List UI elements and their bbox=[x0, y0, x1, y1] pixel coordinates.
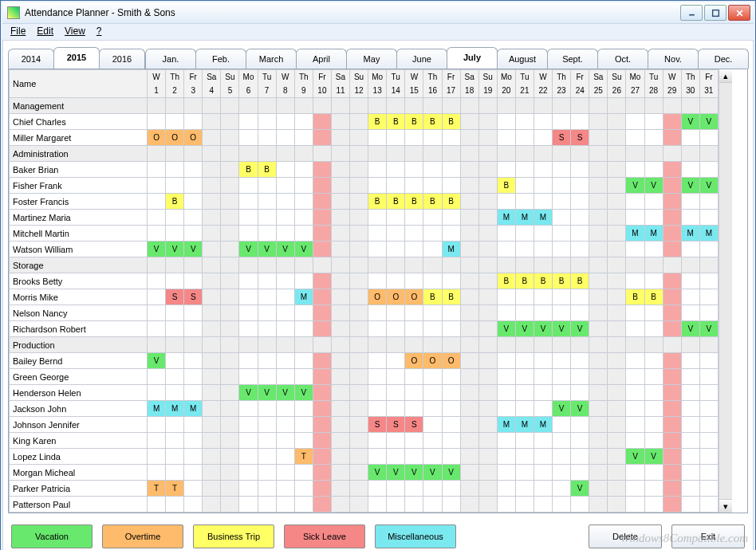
day-cell[interactable] bbox=[681, 289, 699, 305]
day-cell[interactable] bbox=[497, 433, 515, 449]
day-cell[interactable] bbox=[626, 321, 644, 337]
day-cell[interactable] bbox=[184, 353, 203, 369]
day-cell[interactable] bbox=[553, 449, 571, 465]
day-cell[interactable] bbox=[608, 226, 626, 242]
day-cell[interactable] bbox=[405, 369, 423, 385]
day-cell[interactable] bbox=[387, 497, 405, 513]
legend-vacation[interactable]: Vacation bbox=[11, 524, 93, 548]
day-cell[interactable] bbox=[350, 433, 368, 449]
day-cell[interactable]: V bbox=[515, 321, 534, 337]
day-cell[interactable] bbox=[478, 194, 497, 210]
day-cell[interactable]: M bbox=[515, 210, 534, 226]
day-cell[interactable] bbox=[644, 162, 663, 178]
day-cell[interactable] bbox=[681, 194, 699, 210]
day-cell[interactable] bbox=[331, 178, 349, 194]
day-cell[interactable]: M bbox=[497, 210, 515, 226]
day-cell[interactable] bbox=[608, 194, 626, 210]
day-cell[interactable] bbox=[442, 178, 460, 194]
day-cell[interactable] bbox=[571, 289, 589, 305]
day-cell[interactable]: V bbox=[553, 401, 571, 417]
day-cell[interactable] bbox=[239, 433, 258, 449]
day-cell[interactable] bbox=[166, 305, 184, 321]
day-cell[interactable] bbox=[553, 369, 571, 385]
day-cell[interactable] bbox=[442, 273, 460, 289]
day-cell[interactable] bbox=[681, 369, 699, 385]
day-cell[interactable]: M bbox=[626, 226, 644, 242]
day-cell[interactable] bbox=[221, 353, 239, 369]
day-cell[interactable] bbox=[497, 289, 515, 305]
day-cell[interactable]: M bbox=[294, 289, 313, 305]
day-cell[interactable] bbox=[553, 433, 571, 449]
day-cell[interactable] bbox=[423, 210, 442, 226]
day-cell[interactable] bbox=[221, 433, 239, 449]
day-cell[interactable] bbox=[699, 289, 718, 305]
month-tab-august[interactable]: August bbox=[497, 49, 548, 69]
day-cell[interactable] bbox=[442, 433, 460, 449]
day-cell[interactable] bbox=[534, 353, 552, 369]
day-cell[interactable] bbox=[313, 417, 331, 433]
day-cell[interactable] bbox=[331, 369, 349, 385]
day-cell[interactable] bbox=[294, 114, 313, 130]
day-cell[interactable] bbox=[699, 481, 718, 497]
day-cell[interactable] bbox=[203, 114, 221, 130]
day-cell[interactable] bbox=[699, 433, 718, 449]
day-cell[interactable] bbox=[350, 162, 368, 178]
day-cell[interactable] bbox=[203, 305, 221, 321]
day-cell[interactable] bbox=[553, 242, 571, 257]
day-cell[interactable] bbox=[331, 226, 349, 242]
day-cell[interactable] bbox=[331, 242, 349, 257]
day-cell[interactable] bbox=[534, 289, 552, 305]
day-cell[interactable] bbox=[148, 273, 166, 289]
day-cell[interactable] bbox=[515, 369, 534, 385]
day-cell[interactable] bbox=[608, 497, 626, 513]
day-cell[interactable] bbox=[515, 242, 534, 257]
day-cell[interactable]: V bbox=[626, 449, 644, 465]
day-cell[interactable] bbox=[313, 401, 331, 417]
day-cell[interactable] bbox=[221, 401, 239, 417]
day-cell[interactable] bbox=[331, 162, 349, 178]
day-cell[interactable]: B bbox=[442, 194, 460, 210]
day-cell[interactable]: V bbox=[148, 353, 166, 369]
day-cell[interactable] bbox=[626, 369, 644, 385]
day-cell[interactable]: S bbox=[368, 417, 387, 433]
day-cell[interactable] bbox=[460, 417, 478, 433]
person-row[interactable]: Parker PatriciaTTV bbox=[10, 481, 719, 497]
day-cell[interactable] bbox=[184, 385, 203, 401]
day-cell[interactable] bbox=[368, 353, 387, 369]
day-cell[interactable] bbox=[313, 194, 331, 210]
day-cell[interactable]: B bbox=[239, 162, 258, 178]
month-tab-sept[interactable]: Sept. bbox=[547, 49, 598, 69]
day-cell[interactable]: T bbox=[294, 449, 313, 465]
day-cell[interactable] bbox=[184, 273, 203, 289]
day-cell[interactable] bbox=[203, 178, 221, 194]
month-tab-march[interactable]: March bbox=[246, 49, 297, 69]
day-cell[interactable] bbox=[276, 178, 294, 194]
day-cell[interactable] bbox=[387, 273, 405, 289]
day-cell[interactable] bbox=[626, 273, 644, 289]
person-row[interactable]: Morgan MichealVVVVV bbox=[10, 465, 719, 481]
day-cell[interactable] bbox=[663, 497, 681, 513]
day-cell[interactable] bbox=[497, 162, 515, 178]
day-cell[interactable] bbox=[553, 178, 571, 194]
day-cell[interactable] bbox=[405, 210, 423, 226]
day-cell[interactable] bbox=[553, 497, 571, 513]
day-cell[interactable]: B bbox=[442, 289, 460, 305]
day-cell[interactable] bbox=[368, 481, 387, 497]
day-cell[interactable]: B bbox=[258, 162, 276, 178]
menu-file[interactable]: File bbox=[10, 26, 26, 37]
day-cell[interactable] bbox=[497, 194, 515, 210]
day-cell[interactable] bbox=[534, 449, 552, 465]
day-cell[interactable]: B bbox=[626, 289, 644, 305]
day-cell[interactable] bbox=[350, 321, 368, 337]
day-cell[interactable] bbox=[478, 465, 497, 481]
day-cell[interactable]: M bbox=[184, 401, 203, 417]
day-cell[interactable] bbox=[589, 242, 608, 257]
person-row[interactable]: Henderson HelenVVVV bbox=[10, 385, 719, 401]
day-cell[interactable] bbox=[534, 162, 552, 178]
day-cell[interactable] bbox=[571, 178, 589, 194]
day-cell[interactable] bbox=[644, 481, 663, 497]
day-cell[interactable] bbox=[460, 385, 478, 401]
day-cell[interactable] bbox=[589, 162, 608, 178]
day-cell[interactable] bbox=[589, 353, 608, 369]
day-cell[interactable]: V bbox=[571, 481, 589, 497]
